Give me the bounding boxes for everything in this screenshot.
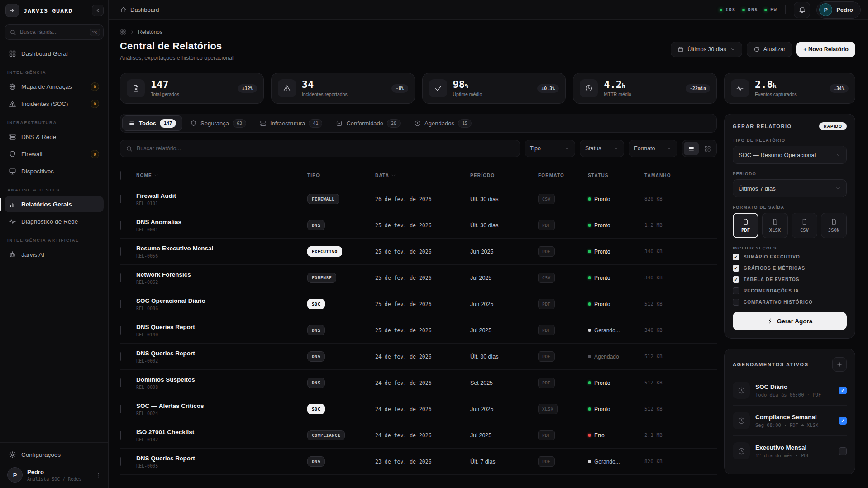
tab-todos[interactable]: Todos 147 <box>122 115 182 131</box>
topbar-breadcrumb[interactable]: Dashboard <box>120 6 159 13</box>
user-profile[interactable]: P Pedro Analista SOC / Redes <box>5 464 104 483</box>
date-range-button[interactable]: Últimos 30 dias <box>671 42 742 57</box>
status-badge: Pronto <box>588 275 644 281</box>
add-schedule-button[interactable] <box>832 357 847 372</box>
table-row[interactable]: DNS Anomalias REL-0001 DNS 25 de fev. de… <box>120 212 717 239</box>
tab-seguranca[interactable]: Segurança 63 <box>184 115 252 131</box>
report-period: Set 2025 <box>470 380 538 386</box>
section-option[interactable]: COMPARATIVO HISTÓRICO <box>733 299 847 306</box>
format-chip: XLSX <box>538 404 558 414</box>
column-header-status[interactable]: STATUS <box>588 173 644 178</box>
format-option-button[interactable]: XLSX <box>762 213 788 238</box>
table-row[interactable]: Resumo Executivo Mensal REL-0056 EXECUTI… <box>120 239 717 265</box>
schedule-toggle-checkbox[interactable] <box>839 447 847 455</box>
sidebar-search-input[interactable] <box>20 29 86 35</box>
table-row[interactable]: Domínios Suspeitos REL-0008 DNS 24 de fe… <box>120 370 717 396</box>
period-select[interactable]: Últimos 7 dias <box>733 179 847 197</box>
refresh-button[interactable]: Atualizar <box>747 42 792 57</box>
sidebar-item-dns-rede[interactable]: DNS & Rede <box>5 129 104 145</box>
sidebar-item-mapa-de-ameacas[interactable]: Mapa de Ameaças 0 <box>5 78 104 95</box>
section-checkbox[interactable] <box>733 276 739 283</box>
format-option-label: CSV <box>800 227 809 233</box>
schedule-name: SOC Diário <box>755 383 821 390</box>
section-checkbox[interactable] <box>733 299 739 306</box>
schedule-toggle-checkbox[interactable] <box>839 387 847 394</box>
sidebar-item-relatorios-gerais[interactable]: Relatórios Gerais <box>5 196 104 212</box>
stat-delta-badge: +0.3% <box>537 84 559 93</box>
section-checkbox[interactable] <box>733 265 739 272</box>
table-row[interactable]: SOC Operacional Diário REL-0086 SOC 25 d… <box>120 291 717 317</box>
sidebar-item-firewall[interactable]: Firewall 0 <box>5 146 104 162</box>
row-checkbox[interactable] <box>120 273 121 282</box>
sidebar-collapse-button[interactable] <box>92 5 104 16</box>
tab-infraestrutura[interactable]: Infraestrutura 41 <box>254 115 328 131</box>
row-checkbox[interactable] <box>120 431 121 440</box>
clock-icon <box>733 442 750 459</box>
column-header-data[interactable]: DATA <box>375 173 470 178</box>
format-option-button[interactable]: JSON <box>821 213 847 238</box>
section-option[interactable]: TABELA DE EVENTOS <box>733 276 847 283</box>
user-menu-button[interactable]: P Pedro <box>816 1 861 19</box>
status-badge: Pronto <box>588 196 644 202</box>
status-dropdown[interactable]: Status <box>580 140 624 157</box>
more-options-icon[interactable] <box>95 472 102 478</box>
format-option-button[interactable]: PDF <box>733 213 758 238</box>
breadcrumb[interactable]: Relatórios <box>120 29 234 35</box>
report-search[interactable] <box>120 140 520 157</box>
row-checkbox[interactable] <box>120 405 121 413</box>
notifications-button[interactable] <box>794 2 810 18</box>
sidebar-item-configuracoes[interactable]: Configurações <box>5 446 104 463</box>
monitor-icon <box>8 167 16 175</box>
sidebar-item-dashboard[interactable]: Dashboard Geral <box>5 45 104 62</box>
chevron-down-icon <box>835 152 841 158</box>
format-option-button[interactable]: CSV <box>792 213 817 238</box>
sidebar-item-incidentes-soc[interactable]: Incidentes (SOC) 0 <box>5 96 104 112</box>
sidebar-item-diagnostico-de-rede[interactable]: Diagnóstico de Rede <box>5 213 104 230</box>
section-checkbox[interactable] <box>733 254 739 260</box>
column-header-nome[interactable]: NOME <box>136 173 307 178</box>
table-row[interactable]: DNS Queries Report REL-0005 DNS 23 de fe… <box>120 449 717 475</box>
table-row[interactable]: DNS Queries Report REL-0140 DNS 25 de fe… <box>120 317 717 344</box>
column-header-tamanho[interactable]: TAMANHO <box>644 173 690 178</box>
column-header-tipo[interactable]: TIPO <box>307 173 375 178</box>
sidebar-item-dispositivos[interactable]: Dispositivos <box>5 163 104 179</box>
column-header-periodo[interactable]: PERÍODO <box>470 173 538 178</box>
select-all-checkbox[interactable] <box>120 171 121 180</box>
grid-view-button[interactable] <box>700 142 715 155</box>
sidebar-search[interactable]: ⌘K <box>5 24 104 40</box>
table-row[interactable]: ISO 27001 Checklist REL-0102 COMPLIANCE … <box>120 422 717 449</box>
schedule-toggle-checkbox[interactable] <box>839 417 847 425</box>
section-option[interactable]: GRÁFICOS E MÉTRICAS <box>733 265 847 272</box>
table-row[interactable]: SOC — Alertas Críticos REL-0024 SOC 24 d… <box>120 396 717 422</box>
list-view-button[interactable] <box>684 142 699 155</box>
column-header-formato[interactable]: FORMATO <box>538 173 588 178</box>
row-checkbox[interactable] <box>120 378 121 387</box>
tab-conformidade[interactable]: Conformidade 28 <box>330 115 406 131</box>
stat-value: 98 <box>453 79 465 90</box>
row-checkbox[interactable] <box>120 326 121 335</box>
generate-now-button[interactable]: Gerar Agora <box>733 312 847 330</box>
nav-group-label: ANÁLISE & TESTES <box>7 187 102 192</box>
section-option[interactable]: SUMÁRIO EXECUTIVO <box>733 254 847 260</box>
report-search-input[interactable] <box>137 145 514 152</box>
table-row[interactable]: Firewall Audit REL-0101 FIREWALL 26 de f… <box>120 186 717 212</box>
section-checkbox[interactable] <box>733 287 739 294</box>
report-size: 2.1 MB <box>644 432 690 438</box>
right-panel: GERAR RELATÓRIO RÁPIDO TIPO DE RELATÓRIO… <box>724 114 855 475</box>
row-checkbox[interactable] <box>120 352 121 361</box>
report-type-select[interactable]: SOC — Resumo Operacional <box>733 146 847 164</box>
formato-dropdown[interactable]: Formato <box>629 140 677 157</box>
row-checkbox[interactable] <box>120 195 121 203</box>
sidebar-item-jarvis-ai[interactable]: Jarvis AI <box>5 246 104 263</box>
table-row[interactable]: Network Forensics REL-0062 FORENSE 25 de… <box>120 265 717 291</box>
new-report-button[interactable]: + Novo Relatório <box>796 42 855 57</box>
table-row[interactable]: DNS Queries Report REL-0002 DNS 24 de fe… <box>120 344 717 370</box>
row-checkbox[interactable] <box>120 457 121 466</box>
report-period: Últ. 7 dias <box>470 459 538 465</box>
row-checkbox[interactable] <box>120 221 121 230</box>
tab-agendados[interactable]: Agendados 15 <box>408 115 477 131</box>
section-option[interactable]: RECOMENDAÇÕES IA <box>733 287 847 294</box>
row-checkbox[interactable] <box>120 300 121 308</box>
row-checkbox[interactable] <box>120 247 121 256</box>
tipo-dropdown[interactable]: Tipo <box>525 140 575 157</box>
